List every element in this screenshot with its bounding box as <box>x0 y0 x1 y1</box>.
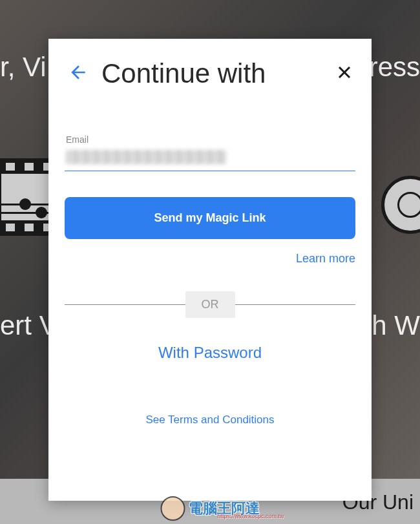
modal-header: Continue with <box>65 58 355 89</box>
email-label: Email <box>65 134 355 145</box>
send-magic-link-button[interactable]: Send my Magic Link <box>65 197 355 239</box>
close-icon <box>337 65 352 80</box>
arrow-left-icon <box>68 62 89 83</box>
watermark-avatar-icon <box>161 496 185 521</box>
continue-with-modal: Continue with Email Send my Magic Link L… <box>48 39 372 501</box>
background-hero-text: r, Vi <box>0 52 47 83</box>
watermark-url: https://www.kocpc.com.tw <box>218 513 284 519</box>
watermark: 電腦王阿達 https://www.kocpc.com.tw <box>161 496 260 521</box>
divider-text: OR <box>185 291 235 318</box>
camera-icon <box>368 168 420 233</box>
with-password-link[interactable]: With Password <box>65 344 355 362</box>
email-input-value-redacted[interactable] <box>66 150 226 164</box>
background-hero-text: ress <box>369 52 420 83</box>
input-underline <box>65 171 355 171</box>
learn-more-link[interactable]: Learn more <box>65 252 355 266</box>
modal-title: Continue with <box>101 58 333 89</box>
divider-line <box>65 304 185 305</box>
divider: OR <box>65 291 355 318</box>
email-field-group: Email <box>65 134 355 171</box>
terms-and-conditions-link[interactable]: See Terms and Conditions <box>65 414 355 426</box>
background-hero-text: h W <box>372 310 420 341</box>
divider-line <box>235 304 356 305</box>
close-button[interactable] <box>333 61 355 86</box>
back-button[interactable] <box>65 59 98 89</box>
